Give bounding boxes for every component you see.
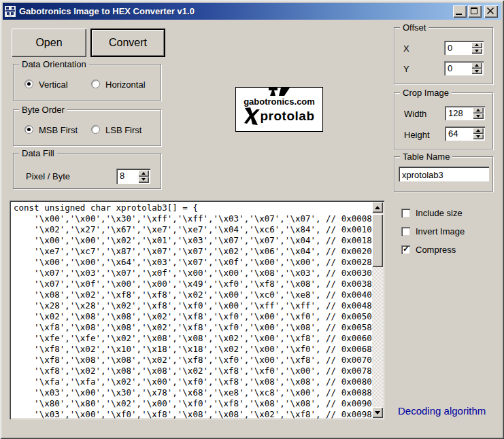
close-icon [487, 7, 494, 14]
logo-top-icon [265, 88, 295, 96]
pixel-per-byte-spinner: 8 [116, 169, 150, 184]
offset-x-value: 0 [448, 43, 452, 53]
crop-width-down-button[interactable] [473, 113, 484, 120]
spinner-up-icon [475, 64, 479, 67]
hex-output-textbox[interactable]: const unsigned char xprotolab3[] = { '\x… [10, 200, 384, 419]
radio-vertical[interactable] [24, 80, 33, 88]
hex-output-code: const unsigned char xprotolab3[] = { '\x… [10, 200, 384, 420]
output-scrollbar[interactable] [372, 202, 383, 418]
pixel-per-byte-updown [138, 170, 149, 183]
data-orientation-group: Data Orientation Vertical Horizontal [13, 64, 161, 101]
data-fill-group: Data Fill Pixel / Byte 8 [13, 153, 161, 189]
compress-row: Compress [401, 245, 500, 256]
spinner-up-icon [141, 172, 146, 175]
close-button[interactable] [484, 5, 498, 18]
decoding-algorithm-link[interactable]: Decoding algorithm [398, 405, 486, 417]
offset-x-up-button[interactable] [471, 42, 482, 48]
crop-width-value: 128 [448, 108, 463, 118]
maximize-icon [471, 7, 477, 14]
spinner-down-icon [476, 135, 480, 138]
offset-y-spinner: 0 [444, 61, 484, 75]
crop-height-up-button[interactable] [473, 128, 484, 134]
app-window: Gabotronics Image to HEX Converter v1.0 … [0, 0, 504, 439]
data-orientation-group-label: Data Orientation [19, 59, 89, 69]
crop-image-group-label: Crop Image [400, 88, 452, 98]
spinner-down-icon [141, 178, 146, 181]
radio-vertical-label: Vertical [39, 80, 68, 90]
open-button-label: Open [35, 37, 62, 49]
crop-height-label: Height [404, 130, 430, 140]
include-size-checkbox[interactable] [401, 209, 410, 217]
window-title: Gabotronics Image to HEX Converter v1.0 [19, 6, 195, 16]
compress-label: Compress [416, 245, 456, 255]
offset-y-updown [471, 63, 482, 74]
offset-x-spinner: 0 [444, 41, 484, 55]
crop-width-up-button[interactable] [473, 107, 484, 113]
table-name-input[interactable] [399, 166, 489, 181]
radio-horizontal[interactable] [91, 80, 100, 88]
minimize-icon [456, 14, 462, 15]
spinner-up-icon [475, 43, 479, 46]
data-fill-group-label: Data Fill [19, 148, 57, 158]
radio-msb-first-label: MSB First [39, 125, 78, 135]
pixel-per-byte-value: 8 [120, 171, 124, 181]
crop-height-spinner: 64 [445, 126, 485, 141]
open-button[interactable]: Open [12, 29, 86, 57]
offset-y-label: Y [403, 64, 409, 74]
spinner-down-icon [476, 115, 480, 118]
spinner-up-icon [476, 129, 480, 132]
preview-site-text: gabotronics.com [236, 96, 322, 107]
scrollbar-down-button[interactable] [372, 407, 383, 418]
pixel-per-byte-up-button[interactable] [138, 170, 149, 177]
byte-order-group: Byte Order MSB First LSB First [13, 109, 161, 146]
spinner-down-icon [475, 70, 479, 73]
crop-width-label: Width [404, 109, 426, 119]
invert-image-row: Invert Image [401, 226, 500, 237]
offset-x-updown [471, 42, 482, 54]
offset-group-label: Offset [400, 22, 429, 33]
convert-button[interactable]: Convert [90, 29, 165, 57]
crop-height-down-button[interactable] [473, 134, 484, 140]
scrollbar-up-button[interactable] [372, 202, 383, 213]
maximize-button[interactable] [468, 5, 482, 18]
minimize-button[interactable] [453, 5, 467, 18]
offset-group: Offset X 0 Y 0 [394, 27, 493, 84]
crop-width-updown [473, 107, 484, 119]
app-icon [5, 6, 16, 17]
offset-y-value: 0 [448, 63, 452, 73]
preview-product-text: protolab [261, 109, 315, 124]
scrollbar-up-icon [375, 206, 380, 209]
radio-lsb-first-label: LSB First [105, 125, 141, 135]
invert-image-label: Invert Image [416, 226, 465, 236]
scrollbar-down-icon [375, 411, 380, 415]
pixel-per-byte-label: Pixel / Byte [26, 171, 70, 181]
include-size-row: Include size [401, 208, 500, 219]
byte-order-group-label: Byte Order [19, 105, 67, 115]
radio-horizontal-label: Horizontal [105, 80, 146, 90]
preview-brand: protolab [236, 107, 322, 125]
brand-x-icon [244, 107, 260, 125]
table-name-group: Table Name [394, 156, 493, 192]
offset-y-up-button[interactable] [471, 63, 482, 69]
crop-image-group: Crop Image Width 128 Height 64 [394, 92, 493, 150]
table-name-group-label: Table Name [400, 152, 452, 162]
crop-height-value: 64 [448, 128, 458, 139]
image-preview: gabotronics.com protolab [235, 87, 323, 132]
invert-image-checkbox[interactable] [401, 227, 410, 236]
crop-height-updown [473, 128, 484, 139]
compress-checkbox[interactable] [401, 245, 410, 254]
spinner-up-icon [476, 109, 480, 111]
scrollbar-thumb[interactable] [372, 214, 383, 267]
crop-width-spinner: 128 [445, 106, 485, 120]
pixel-per-byte-down-button[interactable] [138, 177, 149, 183]
titlebar[interactable]: Gabotronics Image to HEX Converter v1.0 [3, 3, 501, 20]
convert-button-label: Convert [109, 37, 147, 49]
radio-msb-first[interactable] [24, 125, 33, 134]
offset-y-down-button[interactable] [471, 69, 482, 75]
radio-lsb-first[interactable] [91, 125, 100, 134]
offset-x-down-button[interactable] [471, 48, 482, 54]
offset-x-label: X [403, 43, 409, 54]
include-size-label: Include size [416, 208, 463, 218]
spinner-down-icon [475, 50, 479, 52]
